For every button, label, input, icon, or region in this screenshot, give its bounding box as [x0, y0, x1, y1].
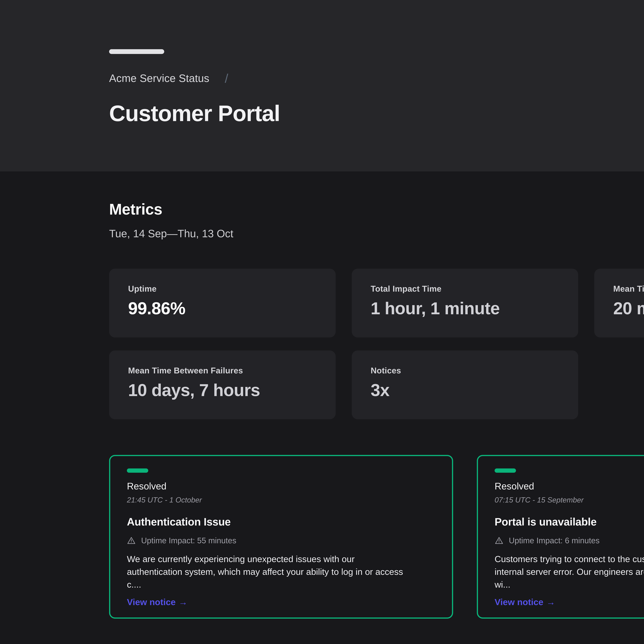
notice-cards: Resolved 21:45 UTC - 1 October Authentic…	[109, 455, 644, 619]
view-notice-label: View notice	[495, 597, 543, 607]
hero-header: Acme Service Status / Customer Portal	[0, 0, 644, 171]
breadcrumb-site-link[interactable]: Acme Service Status	[109, 71, 209, 86]
notice-card-authentication-issue[interactable]: Resolved 21:45 UTC - 1 October Authentic…	[109, 455, 453, 619]
view-notice-label: View notice	[127, 597, 176, 607]
metric-label: Mean Time Between Failures	[128, 365, 321, 376]
metric-card-notices: Notices 3x	[352, 350, 578, 419]
metric-label: Total Impact Time	[371, 283, 564, 294]
metric-value: 20 minutes	[613, 298, 644, 319]
metric-label: Mean Time to Recovery	[613, 283, 644, 294]
metric-value: 99.86%	[128, 298, 321, 319]
status-dash	[127, 468, 148, 473]
metric-card-mean-time-between-failures: Mean Time Between Failures 10 days, 7 ho…	[109, 350, 336, 419]
view-notice-link[interactable]: View notice →	[127, 597, 188, 607]
page-title: Customer Portal	[109, 100, 644, 126]
metrics-heading: Metrics	[109, 200, 233, 218]
notice-timestamp: 07:15 UTC - 15 September	[495, 495, 644, 505]
uptime-impact-row: Uptime Impact: 6 minutes	[495, 536, 644, 546]
notice-title: Authentication Issue	[127, 515, 435, 528]
metric-card-total-impact-time: Total Impact Time 1 hour, 1 minute	[352, 269, 578, 337]
status-dash	[495, 468, 516, 473]
metric-label: Notices	[371, 365, 564, 376]
arrow-right-icon: →	[179, 597, 188, 607]
metric-label: Uptime	[128, 283, 321, 294]
notice-status: Resolved	[495, 480, 644, 492]
metrics-header: Metrics Tue, 14 Sep—Thu, 13 Oct 30 days …	[109, 200, 644, 241]
metric-value: 10 days, 7 hours	[128, 380, 321, 400]
notice-card-portal-is-unavailable[interactable]: Resolved 07:15 UTC - 15 September Portal…	[477, 455, 644, 619]
notice-title: Portal is unavailable	[495, 515, 644, 528]
metric-card-uptime: Uptime 99.86%	[109, 269, 336, 337]
notice-status: Resolved	[127, 480, 435, 492]
breadcrumb-separator: /	[225, 71, 228, 86]
metric-value: 3x	[371, 380, 564, 400]
view-notice-link[interactable]: View notice →	[495, 597, 555, 607]
warning-icon	[127, 536, 136, 545]
notice-description: Customers trying to connect to the custo…	[495, 553, 644, 591]
notice-description: We are currently experiencing unexpected…	[127, 553, 406, 591]
metric-value: 1 hour, 1 minute	[371, 298, 564, 319]
status-page: Acme Service Status / Customer Portal Me…	[0, 0, 644, 644]
warning-icon	[495, 536, 503, 545]
date-range-label: Tue, 14 Sep—Thu, 13 Oct	[109, 227, 233, 241]
uptime-impact-label: Uptime Impact: 6 minutes	[509, 536, 600, 545]
breadcrumb: Acme Service Status /	[109, 71, 644, 86]
uptime-impact-row: Uptime Impact: 55 minutes	[127, 536, 435, 546]
metric-card-mean-time-to-recovery: Mean Time to Recovery 20 minutes	[594, 269, 644, 337]
logo-placeholder	[109, 49, 164, 54]
arrow-right-icon: →	[546, 597, 555, 607]
main-content: Metrics Tue, 14 Sep—Thu, 13 Oct 30 days …	[0, 171, 644, 619]
uptime-impact-label: Uptime Impact: 55 minutes	[141, 536, 236, 545]
metrics-title-block: Metrics Tue, 14 Sep—Thu, 13 Oct	[109, 200, 233, 241]
metric-cards: Uptime 99.86% Total Impact Time 1 hour, …	[109, 269, 644, 419]
notice-timestamp: 21:45 UTC - 1 October	[127, 495, 435, 505]
